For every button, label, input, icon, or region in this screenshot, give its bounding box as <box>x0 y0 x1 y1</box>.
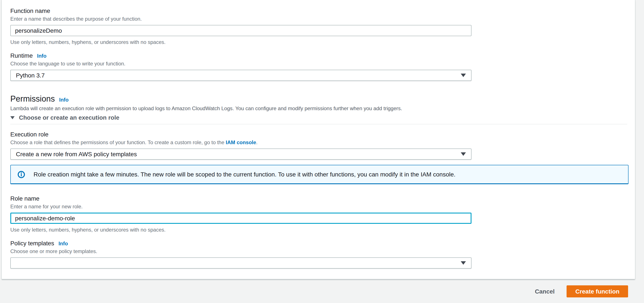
expander-caret-down-icon <box>10 116 15 119</box>
role-name-label: Role name <box>10 195 627 202</box>
runtime-field: Runtime Info Choose the language to use … <box>10 52 627 81</box>
runtime-select[interactable]: Python 3.7 <box>10 70 472 81</box>
function-name-constraint: Use only letters, numbers, hyphens, or u… <box>10 39 627 46</box>
cancel-button[interactable]: Cancel <box>535 288 555 294</box>
create-function-button[interactable]: Create function <box>567 285 628 297</box>
execution-role-expander[interactable]: Choose or create an execution role <box>10 114 627 121</box>
role-name-field: Role name Enter a name for your new role… <box>10 195 627 233</box>
execution-role-label: Execution role <box>10 130 627 138</box>
alert-text: Role creation might take a few minutes. … <box>34 171 456 178</box>
policy-templates-select[interactable] <box>10 257 472 268</box>
policy-templates-field: Policy templates Info Choose one or more… <box>10 239 627 268</box>
execution-role-description-text: Choose a role that defines the permissio… <box>10 139 226 145</box>
create-function-form-panel: Function name Enter a name that describe… <box>1 0 636 279</box>
runtime-info-link[interactable]: Info <box>37 53 46 59</box>
runtime-label: Runtime <box>10 52 33 59</box>
permissions-description: Lambda will create an execution role wit… <box>10 105 627 112</box>
policy-templates-label: Policy templates <box>10 239 54 247</box>
info-circle-icon <box>18 171 25 178</box>
execution-role-description-period: . <box>256 139 258 145</box>
policy-templates-info-link[interactable]: Info <box>58 240 68 247</box>
role-name-constraint: Use only letters, numbers, hyphens, or u… <box>10 226 627 233</box>
role-name-description: Enter a name for your new role. <box>10 203 627 210</box>
role-name-input[interactable] <box>10 213 472 224</box>
function-name-input[interactable] <box>10 25 472 36</box>
dropdown-caret-icon <box>461 152 466 156</box>
runtime-selected-value: Python 3.7 <box>16 72 45 79</box>
policy-templates-description: Choose one or more policy templates. <box>10 248 627 255</box>
function-name-label: Function name <box>10 7 627 15</box>
execution-role-selected-value: Create a new role from AWS policy templa… <box>16 151 137 158</box>
permissions-section-header: Permissions Info <box>10 94 627 104</box>
role-creation-info-alert: Role creation might take a few minutes. … <box>10 165 628 184</box>
permissions-heading: Permissions <box>10 94 55 104</box>
runtime-description: Choose the language to use to write your… <box>10 60 627 67</box>
footer-action-bar: Cancel Create function <box>1 279 636 303</box>
execution-role-description: Choose a role that defines the permissio… <box>10 139 627 146</box>
lambda-create-function-page: Function name Enter a name that describe… <box>0 0 644 303</box>
function-name-field: Function name Enter a name that describe… <box>10 7 627 46</box>
permissions-info-link[interactable]: Info <box>59 96 68 103</box>
section-divider <box>10 124 627 124</box>
execution-role-select[interactable]: Create a new role from AWS policy templa… <box>10 148 472 160</box>
iam-console-link[interactable]: IAM console <box>226 139 256 145</box>
execution-role-field: Execution role Choose a role that define… <box>10 130 627 160</box>
dropdown-caret-icon <box>461 74 466 77</box>
expander-label: Choose or create an execution role <box>19 114 120 121</box>
function-name-description: Enter a name that describes the purpose … <box>10 16 627 22</box>
dropdown-caret-icon <box>461 261 466 265</box>
